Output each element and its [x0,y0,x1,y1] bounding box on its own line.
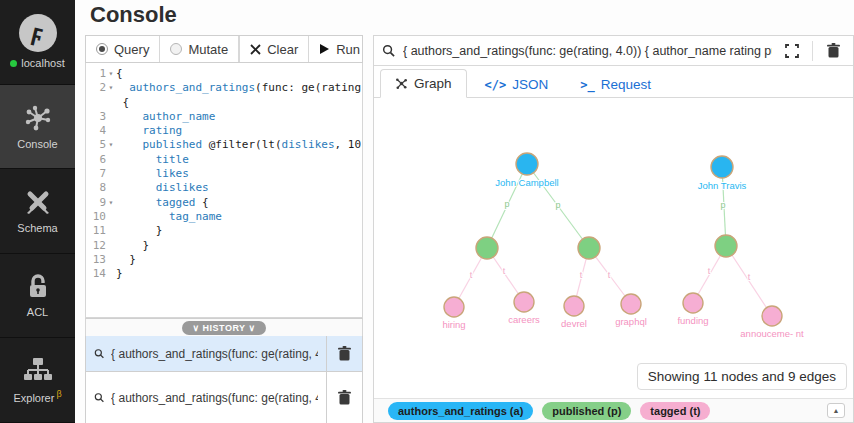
sidebar-item-localhost[interactable]: ϝ localhost [0,0,75,85]
tab-request[interactable]: >_ Request [566,71,665,98]
query-panel: Query Mutate Clear Run 1▾{2▾ author [85,35,363,423]
ratel-console-app: ϝ localhost [0,0,854,423]
query-toolbar: Query Mutate Clear Run [85,35,363,63]
trash-icon [827,43,840,58]
svg-text:p: p [504,199,509,209]
trash-icon [338,346,351,361]
history-query-text: { authors_and_ratings(func: ge(rating, 4… [111,391,318,405]
result-query-text[interactable]: { authors_and_ratings(func: ge(rating, 4… [403,44,772,58]
history-toggle[interactable]: ∨ HISTORY ∨ [182,321,265,335]
beta-badge: β [56,389,61,399]
sidebar-item-label: localhost [21,57,64,69]
graph-canvas[interactable]: pppttttttJohn CampbellJohn Travishiringc… [374,98,853,398]
history-item[interactable]: { authors_and_ratings(func: ge(rating, 4… [85,336,363,372]
request-terminal-icon: >_ [580,78,594,92]
svg-text:t: t [708,266,711,276]
search-icon [382,44,395,57]
run-button[interactable]: Run [309,36,370,62]
result-tabs: Graph </> JSON >_ Request [374,66,853,98]
svg-text:funding: funding [677,315,708,326]
history-delete-button[interactable] [326,336,362,371]
tab-json[interactable]: </> JSON [471,71,563,98]
divider [812,41,813,61]
history-delete-button[interactable] [326,372,362,423]
sidebar-item-label: Console [17,138,57,150]
graph-node[interactable] [564,296,584,316]
radio-unselected-icon [170,43,182,55]
graph-node[interactable] [578,237,600,259]
trash-icon [338,390,351,405]
history-query-text: { authors_and_ratings(func: ge(rating, 4… [111,347,318,361]
code-lines: 1▾{2▾ authors_and_ratings(func: ge(ratin… [86,67,362,281]
sidebar-item-label: ACL [27,306,48,318]
svg-text:John Travis: John Travis [698,180,747,191]
fullscreen-button[interactable] [780,40,804,62]
sidebar-item-acl[interactable]: ACL [0,254,75,339]
svg-text:p: p [720,200,725,210]
graph-node[interactable] [762,306,782,326]
collapse-panel-button[interactable]: ▲ [827,403,845,418]
schema-pencils-icon [23,187,53,217]
svg-text:t: t [748,272,751,282]
svg-text:graphql: graphql [615,316,647,327]
sidebar-item-label: Explorer [13,392,54,404]
graph-node[interactable] [516,153,538,175]
graph-node[interactable] [514,292,534,312]
graph-node[interactable] [711,156,733,178]
search-icon [94,347,104,360]
clear-button[interactable]: Clear [240,36,309,62]
legend-authors-and-ratings: authors_and_ratings (a) [388,402,533,420]
legend-published: published (p) [542,402,631,420]
graph-node[interactable] [444,297,464,317]
history-item[interactable]: { authors_and_ratings(func: ge(rating, 4… [85,372,363,423]
mutate-radio[interactable]: Mutate [160,36,239,62]
sidebar-item-explorer[interactable]: Explorerβ [0,338,75,423]
query-code-editor[interactable]: 1▾{2▾ authors_and_ratings(func: ge(ratin… [85,63,363,318]
acl-lock-icon [24,273,52,301]
sidebar-item-console[interactable]: Console [0,85,75,170]
graph-status: Showing 11 nodes and 9 edges [637,363,847,390]
fullscreen-icon [785,44,799,58]
history-divider: ∨ HISTORY ∨ [85,318,363,336]
search-icon [94,391,104,404]
graph-node[interactable] [621,294,641,314]
svg-text:devrel: devrel [561,318,587,329]
console-graph-icon [23,103,53,133]
graph-node[interactable] [715,235,737,257]
graph-network-icon [395,77,408,90]
svg-text:annouceme- nt: annouceme- nt [740,328,804,339]
sidebar-item-label: Schema [17,222,57,234]
explorer-tree-icon [23,356,53,384]
legend-tagged: tagged (t) [640,402,710,420]
radio-selected-icon [96,43,108,55]
sidebar-item-schema[interactable]: Schema [0,169,75,254]
svg-text:John Campbell: John Campbell [495,177,558,188]
svg-text:hiring: hiring [442,319,465,330]
graph-node[interactable] [683,293,703,313]
graph-node[interactable] [476,237,498,259]
query-radio[interactable]: Query [86,36,160,62]
result-query-bar: { authors_and_ratings(func: ge(rating, 4… [374,36,853,66]
svg-text:careers: careers [508,314,540,325]
page-title: Console [90,2,177,28]
svg-text:p: p [555,200,560,210]
tab-graph[interactable]: Graph [380,69,467,98]
run-play-icon [319,43,330,55]
clear-result-button[interactable] [821,40,845,62]
connection-status-icon [10,60,17,67]
svg-text:t: t [608,270,611,280]
graph-visualization[interactable]: pppttttttJohn CampbellJohn Travishiringc… [374,98,853,398]
results-panel: { authors_and_ratings(func: ge(rating, 4… [373,35,854,423]
clear-x-icon [250,44,261,55]
graph-legend-bar: authors_and_ratings (a) published (p) ta… [374,398,853,422]
dgraph-logo-icon: ϝ [19,14,57,52]
sidebar: ϝ localhost [0,0,75,423]
json-code-icon: </> [485,78,507,92]
